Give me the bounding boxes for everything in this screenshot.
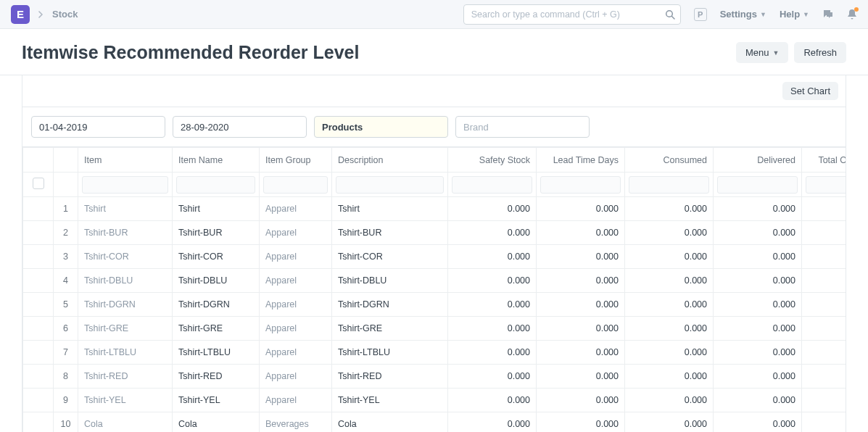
search-input[interactable]	[463, 4, 681, 25]
row-checkbox-cell[interactable]	[23, 197, 54, 221]
help-label: Help	[780, 9, 800, 20]
to-date-input[interactable]	[173, 116, 307, 138]
cell-item[interactable]: Tshirt	[78, 197, 173, 221]
col-header-item-group[interactable]: Item Group	[260, 148, 332, 173]
col-filter-item-group[interactable]	[263, 176, 328, 194]
row-checkbox-cell[interactable]	[23, 341, 54, 365]
col-filter-description[interactable]	[336, 176, 444, 194]
table-row[interactable]: 5Tshirt-DGRNTshirt-DGRNApparelTshirt-DGR…	[23, 293, 846, 317]
cell-item-group[interactable]: Apparel	[260, 365, 332, 389]
row-checkbox-cell[interactable]	[23, 365, 54, 389]
cell-item-group[interactable]: Apparel	[260, 293, 332, 317]
brand-input[interactable]	[455, 116, 590, 138]
table-row[interactable]: 1TshirtTshirtApparelTshirt0.0000.0000.00…	[23, 197, 846, 221]
bell-icon[interactable]	[847, 9, 857, 20]
row-checkbox-cell[interactable]	[23, 389, 54, 412]
cell-consumed: 0.000	[625, 412, 714, 433]
table-row[interactable]: 6Tshirt-GRETshirt-GREApparelTshirt-GRE0.…	[23, 317, 846, 341]
col-filter-total-outgoing[interactable]	[806, 176, 846, 194]
cell-lead-time-days: 0.000	[537, 365, 625, 389]
cell-consumed: 0.000	[625, 221, 714, 245]
from-date-input[interactable]	[31, 116, 165, 138]
cell-consumed: 0.000	[625, 389, 714, 412]
table-row[interactable]: 2Tshirt-BURTshirt-BURApparelTshirt-BUR0.…	[23, 221, 846, 245]
chat-icon[interactable]	[822, 9, 834, 20]
cell-item[interactable]: Tshirt-DBLU	[78, 269, 173, 293]
cell-item[interactable]: Tshirt-LTBLU	[78, 341, 173, 365]
set-chart-button[interactable]: Set Chart	[782, 82, 838, 100]
cell-item-group[interactable]: Apparel	[260, 221, 332, 245]
col-filter-item[interactable]	[82, 176, 168, 194]
report-table: Item Item Name Item Group Description Sa…	[22, 147, 846, 432]
row-checkbox-cell[interactable]	[23, 221, 54, 245]
help-menu[interactable]: Help ▼	[780, 9, 809, 20]
col-header-description[interactable]: Description	[332, 148, 448, 173]
col-header-item[interactable]: Item	[78, 148, 173, 173]
cell-safety-stock: 0.000	[448, 293, 537, 317]
col-filter-item-name[interactable]	[176, 176, 255, 194]
col-filter-lead-time-days[interactable]	[540, 176, 621, 194]
col-filter-delivered[interactable]	[717, 176, 798, 194]
col-filter-consumed[interactable]	[629, 176, 709, 194]
table-row[interactable]: 8Tshirt-REDTshirt-REDApparelTshirt-RED0.…	[23, 365, 846, 389]
select-all-checkbox[interactable]	[33, 178, 44, 189]
cell-description: Cola	[332, 412, 448, 433]
chevron-right-icon	[38, 11, 44, 18]
cell-description: Tshirt-YEL	[332, 389, 448, 412]
cell-total-outgoing: 0.00	[802, 389, 846, 412]
breadcrumb-stock[interactable]: Stock	[52, 9, 78, 20]
table-row[interactable]: 7Tshirt-LTBLUTshirt-LTBLUApparelTshirt-L…	[23, 341, 846, 365]
row-checkbox-cell[interactable]	[23, 317, 54, 341]
cell-item[interactable]: Tshirt-DGRN	[78, 293, 173, 317]
cell-consumed: 0.000	[625, 269, 714, 293]
col-header-total-outgoing[interactable]: Total Outgoing	[802, 148, 846, 173]
cell-total-outgoing: 0.00	[802, 269, 846, 293]
cell-item[interactable]: Tshirt-YEL	[78, 389, 173, 412]
cell-safety-stock: 0.000	[448, 245, 537, 269]
cell-description: Tshirt-BUR	[332, 221, 448, 245]
cell-item[interactable]: Cola	[78, 412, 173, 433]
cell-item-group[interactable]: Apparel	[260, 317, 332, 341]
cell-item-group[interactable]: Apparel	[260, 197, 332, 221]
col-filter-safety-stock[interactable]	[452, 176, 532, 194]
cell-item[interactable]: Tshirt-RED	[78, 365, 173, 389]
col-header-consumed[interactable]: Consumed	[625, 148, 714, 173]
user-badge[interactable]: P	[694, 8, 707, 21]
col-header-safety-stock[interactable]: Safety Stock	[448, 148, 537, 173]
row-checkbox-cell[interactable]	[23, 412, 54, 433]
cell-item-group[interactable]: Beverages	[260, 412, 332, 433]
cell-description: Tshirt	[332, 197, 448, 221]
cell-item[interactable]: Tshirt-GRE	[78, 317, 173, 341]
cell-delivered: 0.000	[714, 293, 802, 317]
cell-item-group[interactable]: Apparel	[260, 269, 332, 293]
row-checkbox-cell[interactable]	[23, 245, 54, 269]
item-group-input[interactable]	[314, 116, 448, 138]
col-header-delivered[interactable]: Delivered	[714, 148, 802, 173]
cell-lead-time-days: 0.000	[537, 245, 625, 269]
table-row[interactable]: 3Tshirt-CORTshirt-CORApparelTshirt-COR0.…	[23, 245, 846, 269]
cell-item-name: Tshirt-YEL	[173, 389, 260, 412]
col-header-item-name[interactable]: Item Name	[173, 148, 260, 173]
cell-item-group[interactable]: Apparel	[260, 245, 332, 269]
table-row[interactable]: 10ColaColaBeveragesCola0.0000.0000.0000.…	[23, 412, 846, 433]
row-checkbox-cell[interactable]	[23, 269, 54, 293]
cell-lead-time-days: 0.000	[537, 221, 625, 245]
cell-item[interactable]: Tshirt-COR	[78, 245, 173, 269]
cell-item-group[interactable]: Apparel	[260, 341, 332, 365]
table-row[interactable]: 4Tshirt-DBLUTshirt-DBLUApparelTshirt-DBL…	[23, 269, 846, 293]
row-checkbox-cell[interactable]	[23, 293, 54, 317]
settings-menu[interactable]: Settings ▼	[720, 9, 766, 20]
cell-lead-time-days: 0.000	[537, 269, 625, 293]
cell-item-name: Tshirt	[173, 197, 260, 221]
cell-item[interactable]: Tshirt-BUR	[78, 221, 173, 245]
cell-item-group[interactable]: Apparel	[260, 389, 332, 412]
table-row[interactable]: 9Tshirt-YELTshirt-YELApparelTshirt-YEL0.…	[23, 389, 846, 412]
app-logo[interactable]: E	[11, 5, 30, 24]
cell-consumed: 0.000	[625, 365, 714, 389]
refresh-button[interactable]: Refresh	[794, 42, 846, 63]
col-header-lead-time-days[interactable]: Lead Time Days	[537, 148, 625, 173]
cell-item-name: Cola	[173, 412, 260, 433]
menu-button[interactable]: Menu ▼	[736, 42, 788, 63]
cell-delivered: 0.000	[714, 341, 802, 365]
page-title: Itemwise Recommended Reorder Level	[22, 42, 359, 63]
